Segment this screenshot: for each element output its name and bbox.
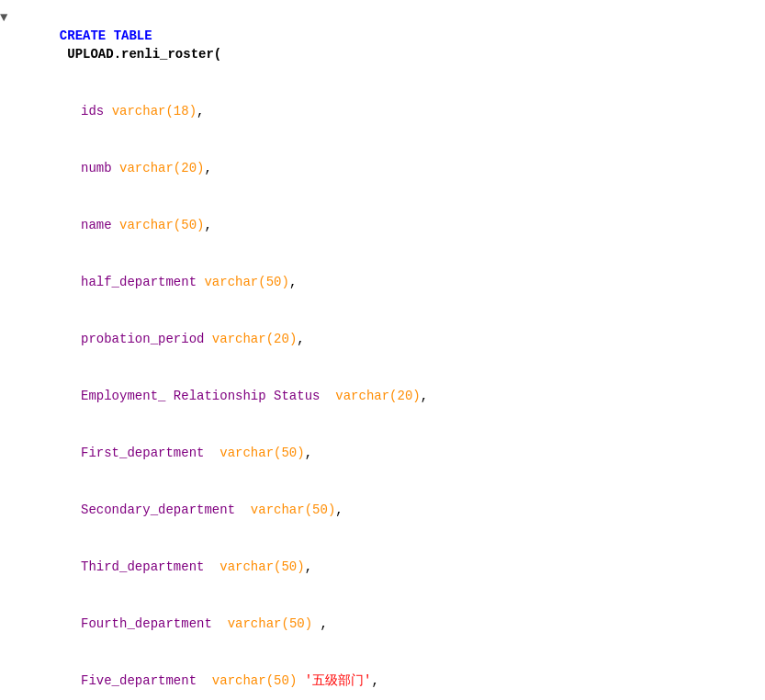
str-five-dept: '五级部门' xyxy=(305,673,372,688)
line-content-2: ids varchar(18), xyxy=(0,84,765,139)
type-half-dept: varchar(50) xyxy=(204,275,288,289)
col-sec-dept: Secondary_department xyxy=(81,502,235,517)
type-first-dept: varchar(50) xyxy=(219,446,304,460)
type-name: varchar(50) xyxy=(119,218,204,232)
line-content-6: probation_period varchar(20), xyxy=(0,311,765,367)
type-third-dept: varchar(50) xyxy=(219,559,304,574)
col-name: name xyxy=(81,218,112,232)
line-10: Third_department varchar(50), xyxy=(0,538,765,595)
type-numb: varchar(20) xyxy=(119,161,204,175)
col-half-dept: half_department xyxy=(81,275,197,289)
type-fourth-dept: varchar(50) xyxy=(228,616,312,631)
line-1: ▼ CREATE TABLE UPLOAD.renli_roster( xyxy=(0,7,765,83)
line-content-4: name varchar(50), xyxy=(0,198,765,253)
line-8: First_department varchar(50), xyxy=(0,424,765,481)
col-emp-rel-status: Relationship Status xyxy=(174,389,321,403)
line-7: Employment_ Relationship Status varchar(… xyxy=(0,367,765,424)
line-6: probation_period varchar(20), xyxy=(0,310,765,367)
line-2: ids varchar(18), xyxy=(0,83,765,140)
line-content-1: CREATE TABLE UPLOAD.renli_roster( xyxy=(9,8,765,82)
col-emp-rel: Employment_ xyxy=(81,389,165,403)
line-12: Five_department varchar(50) '五级部门', xyxy=(0,652,765,700)
line-3: numb varchar(20), xyxy=(0,140,765,197)
line-5: half_department varchar(50), xyxy=(0,254,765,310)
line-content-3: numb varchar(20), xyxy=(0,141,765,196)
type-emp-rel: varchar(20) xyxy=(335,389,420,403)
col-first-dept: First_department xyxy=(81,446,204,460)
col-third-dept: Third_department xyxy=(81,559,204,574)
line-9: Secondary_department varchar(50), xyxy=(0,481,765,538)
col-probation: probation_period xyxy=(81,332,204,346)
keyword-create: CREATE TABLE xyxy=(60,28,152,43)
line-content-12: Five_department varchar(50) '五级部门', xyxy=(0,653,765,700)
table-name: UPLOAD.renli_roster( xyxy=(60,47,221,62)
type-five-dept: varchar(50) xyxy=(212,673,297,688)
type-sec-dept: varchar(50) xyxy=(251,502,335,517)
type-probation: varchar(20) xyxy=(212,332,297,346)
col-fourth-dept: Fourth_department xyxy=(81,616,212,631)
col-ids: ids xyxy=(81,104,104,119)
col-five-dept: Five_department xyxy=(81,673,197,688)
col-numb: numb xyxy=(81,161,112,175)
line-4: name varchar(50), xyxy=(0,197,765,254)
line-content-11: Fourth_department varchar(50) , xyxy=(0,596,765,651)
line-11: Fourth_department varchar(50) , xyxy=(0,595,765,652)
line-content-10: Third_department varchar(50), xyxy=(0,539,765,594)
line-content-9: Secondary_department varchar(50), xyxy=(0,482,765,537)
line-content-7: Employment_ Relationship Status varchar(… xyxy=(0,368,765,423)
line-content-8: First_department varchar(50), xyxy=(0,425,765,480)
line-content-5: half_department varchar(50), xyxy=(0,254,765,310)
code-container: ▼ CREATE TABLE UPLOAD.renli_roster( ids … xyxy=(0,0,765,700)
fold-icon[interactable]: ▼ xyxy=(0,8,7,27)
type-ids: varchar(18) xyxy=(112,104,197,119)
